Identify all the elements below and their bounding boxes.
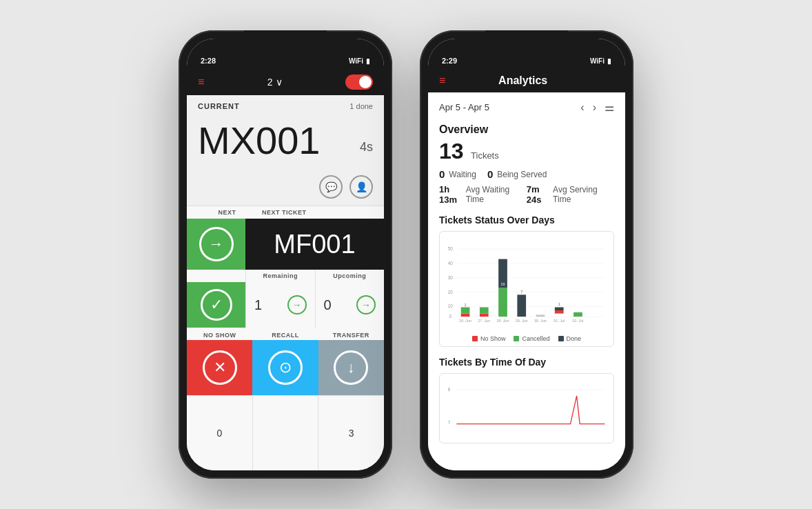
svg-text:0: 0 xyxy=(449,314,451,319)
hamburger-icon-1[interactable]: ≡ xyxy=(198,77,204,88)
current-label: CURRENT xyxy=(198,102,240,110)
overview-title: Overview xyxy=(439,123,614,136)
svg-text:26. Jun: 26. Jun xyxy=(459,319,471,323)
svg-text:01. Jul: 01. Jul xyxy=(554,319,565,323)
rem-upcoming-labels: Remaining Upcoming xyxy=(187,270,384,282)
bottom-counts: 0 3 xyxy=(187,395,384,470)
svg-text:8: 8 xyxy=(448,387,451,392)
date-range-text: Apr 5 - Apr 5 xyxy=(439,102,489,112)
check-circle: ✓ xyxy=(201,289,232,321)
scene: 2:28 WiFi ▮ ≡ 2 ∨ CURRENT 1 done xyxy=(179,30,633,479)
date-nav: ‹ › ⚌ xyxy=(580,101,614,114)
toggle-switch[interactable] xyxy=(345,74,373,90)
svg-text:20: 20 xyxy=(448,290,454,295)
svg-text:7: 7 xyxy=(448,420,451,425)
svg-rect-24 xyxy=(555,310,564,314)
upcoming-label: Upcoming xyxy=(315,270,385,282)
svg-text:30: 30 xyxy=(448,275,454,280)
status-icons-1: WiFi ▮ xyxy=(349,57,370,65)
recall-button[interactable]: ⊙ xyxy=(252,340,318,395)
avg-serving-label: Avg Serving Time xyxy=(553,185,603,204)
ticket-display: MX001 4s xyxy=(187,114,384,171)
phone2-app-header: ≡ Analytics xyxy=(428,69,625,92)
message-icon[interactable]: 💬 xyxy=(319,175,343,199)
svg-rect-12 xyxy=(461,314,470,317)
wifi-icon: WiFi xyxy=(349,57,363,65)
phone1-app-header: ≡ 2 ∨ xyxy=(187,69,384,95)
svg-text:40: 40 xyxy=(448,261,454,266)
wifi-icon-2: WiFi xyxy=(590,57,605,65)
upcoming-count-cell: 0 → xyxy=(315,282,385,328)
phone1: 2:28 WiFi ▮ ≡ 2 ∨ CURRENT 1 done xyxy=(179,30,392,479)
svg-text:30. Jun: 30. Jun xyxy=(534,319,547,323)
no-show-label: NO SHOW xyxy=(187,332,252,339)
legend-cancelled: Cancelled xyxy=(514,335,549,342)
time-1: 2:28 xyxy=(201,57,216,65)
remaining-label: Remaining xyxy=(245,270,315,282)
notch2 xyxy=(485,30,568,50)
phone2-inner: 2:29 WiFi ▮ ≡ Analytics Apr 5 - Apr 5 ‹ xyxy=(428,39,625,470)
svg-text:27. Jun: 27. Jun xyxy=(478,319,490,323)
next-arrow[interactable]: › xyxy=(593,101,596,114)
next-arrow-cell[interactable]: → xyxy=(187,219,245,270)
chart1-container: 50 40 30 20 10 0 xyxy=(439,231,614,347)
svg-text:29: 29 xyxy=(500,282,505,286)
date-range-bar: Apr 5 - Apr 5 ‹ › ⚌ xyxy=(439,101,614,114)
tickets-count: 13 xyxy=(439,139,464,163)
next-ticket-number: MF001 xyxy=(274,230,355,259)
transfer-icon: ↓ xyxy=(334,350,368,385)
next-ticket-label: NEXT TICKET xyxy=(256,209,373,216)
action-labels: NO SHOW RECALL TRANSFER xyxy=(187,328,384,340)
done-label: 1 done xyxy=(349,102,373,110)
line-chart: 8 7 xyxy=(445,381,608,436)
legend-done-dot xyxy=(558,336,564,341)
overview-section: Overview 13 Tickets 0 Waiting 0 Being Se… xyxy=(439,123,614,205)
legend-no-show: No Show xyxy=(472,335,506,342)
avg-waiting-time: 1h 13m xyxy=(439,184,463,205)
bottom-count-middle xyxy=(253,396,319,470)
next-label: NEXT xyxy=(198,209,256,216)
next-labels-row: NEXT NEXT TICKET xyxy=(187,206,384,219)
current-section: CURRENT 1 done xyxy=(187,95,384,114)
svg-text:7: 7 xyxy=(520,290,522,294)
stats-row-1: 0 Waiting 0 Being Served xyxy=(439,168,614,180)
chart-section-2: Tickets By Time Of Day 8 7 xyxy=(439,357,614,443)
user-icon[interactable]: 👤 xyxy=(349,175,373,199)
remaining-arrow[interactable]: → xyxy=(287,295,307,315)
svg-rect-17 xyxy=(498,288,507,317)
chart-section-1: Tickets Status Over Days 50 40 30 20 10 … xyxy=(439,214,614,347)
check-cell[interactable]: ✓ xyxy=(187,282,245,328)
transfer-button[interactable]: ↓ xyxy=(318,340,384,395)
action-icons-row: 💬 👤 xyxy=(187,171,384,206)
legend-no-show-label: No Show xyxy=(480,335,506,342)
filter-icon[interactable]: ⚌ xyxy=(605,101,614,114)
action-buttons: ✕ ⊙ ↓ xyxy=(187,340,384,395)
status-icons-2: WiFi ▮ xyxy=(590,57,611,65)
svg-rect-23 xyxy=(536,315,545,317)
current-ticket-number: MX001 xyxy=(198,121,320,160)
counter-num: 2 xyxy=(267,77,273,88)
svg-rect-13 xyxy=(461,307,470,313)
svg-text:28. Jun: 28. Jun xyxy=(497,319,509,323)
prev-arrow[interactable]: ‹ xyxy=(580,101,584,114)
upcoming-count: 0 xyxy=(324,297,332,313)
svg-rect-21 xyxy=(517,295,526,317)
chart2-title: Tickets By Time Of Day xyxy=(439,357,614,368)
hamburger-icon-2[interactable]: ≡ xyxy=(439,75,445,86)
being-served-label: Being Served xyxy=(497,170,547,179)
recall-label: RECALL xyxy=(252,332,318,339)
no-show-button[interactable]: ✕ xyxy=(187,340,252,395)
avg-serving-time: 7m 24s xyxy=(527,184,550,205)
svg-rect-15 xyxy=(480,314,489,317)
chart1-title: Tickets Status Over Days xyxy=(439,214,614,226)
upcoming-arrow[interactable]: → xyxy=(356,295,376,315)
svg-text:1: 1 xyxy=(558,302,560,306)
remaining-count: 1 xyxy=(254,297,262,313)
stats-row-2: 1h 13m Avg Waiting Time 7m 24s Avg Servi… xyxy=(439,184,614,205)
notch1 xyxy=(244,30,327,50)
bottom-count-left: 0 xyxy=(187,396,253,470)
svg-text:50: 50 xyxy=(448,246,454,251)
svg-rect-25 xyxy=(555,307,564,310)
chevron-icon[interactable]: ∨ xyxy=(276,77,283,88)
transfer-label: TRANSFER xyxy=(318,332,384,339)
